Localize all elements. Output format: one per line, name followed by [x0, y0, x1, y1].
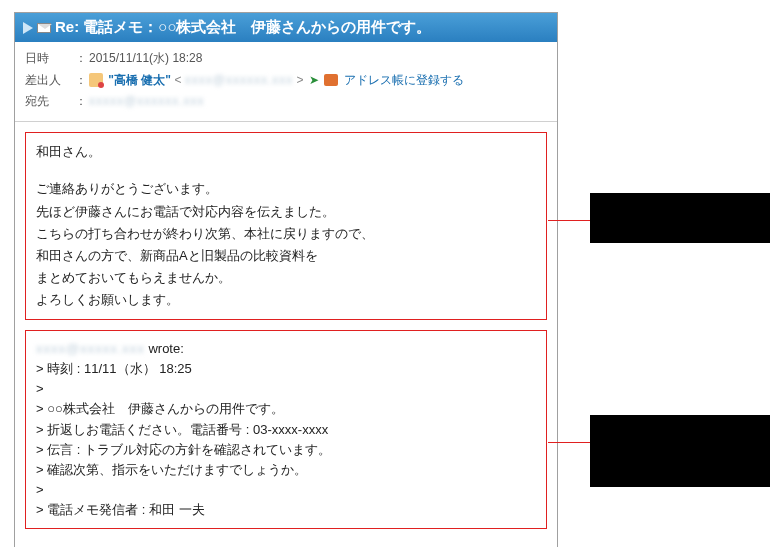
to-address-masked: xxxxx@xxxxxx.xxx [89, 94, 205, 108]
to-label: 宛先 [25, 91, 75, 113]
meta-to-row: 宛先 ： xxxxx@xxxxxx.xxx [25, 91, 547, 113]
register-address-link[interactable]: アドレス帳に登録する [344, 73, 464, 87]
date-label: 日時 [25, 48, 75, 70]
annotation-2: に [590, 415, 770, 487]
from-address-masked: xxxx@xxxxxx.xxx [185, 73, 294, 87]
email-body-area: 和田さん。 ご連絡ありがとうございます。 先ほど伊藤さんにお電話で対応内容を伝え… [15, 122, 557, 547]
meta-date-row: 日時 ： 2015/11/11(水) 18:28 [25, 48, 547, 70]
date-value: 2015/11/11(水) 18:28 [89, 48, 547, 70]
email-meta: 日時 ： 2015/11/11(水) 18:28 差出人 ： "高橋 健太" <… [15, 42, 557, 122]
connector-line-1 [548, 220, 590, 221]
from-label: 差出人 [25, 70, 75, 92]
person-icon [89, 73, 103, 87]
body-highlight-box: 和田さん。 ご連絡ありがとうございます。 先ほど伊藤さんにお電話で対応内容を伝え… [25, 132, 547, 320]
annotation-1: に [590, 193, 770, 243]
quote-from-masked: xxxx@xxxxx.xxx [36, 341, 145, 356]
connector-line-2 [548, 442, 590, 443]
flag-icon [23, 22, 33, 34]
from-name[interactable]: "高橋 健太" [108, 73, 171, 87]
envelope-icon [37, 23, 51, 33]
body-text: 和田さん。 ご連絡ありがとうございます。 先ほど伊藤さんにお電話で対応内容を伝え… [36, 141, 536, 311]
email-panel: Re: 電話メモ：○○株式会社 伊藤さんからの用件です。 日時 ： 2015/1… [14, 12, 558, 547]
subject-bar: Re: 電話メモ：○○株式会社 伊藤さんからの用件です。 [15, 13, 557, 42]
subject-text: Re: 電話メモ：○○株式会社 伊藤さんからの用件です。 [55, 18, 431, 37]
quote-text: xxxx@xxxxx.xxx wrote: > 時刻 : 11/11（水） 18… [36, 339, 536, 520]
meta-from-row: 差出人 ： "高橋 健太" < xxxx@xxxxxx.xxx > ➤ アドレス… [25, 70, 547, 92]
arrow-icon: ➤ [309, 73, 319, 87]
quote-highlight-box: xxxx@xxxxx.xxx wrote: > 時刻 : 11/11（水） 18… [25, 330, 547, 529]
addressbook-icon [324, 74, 338, 86]
